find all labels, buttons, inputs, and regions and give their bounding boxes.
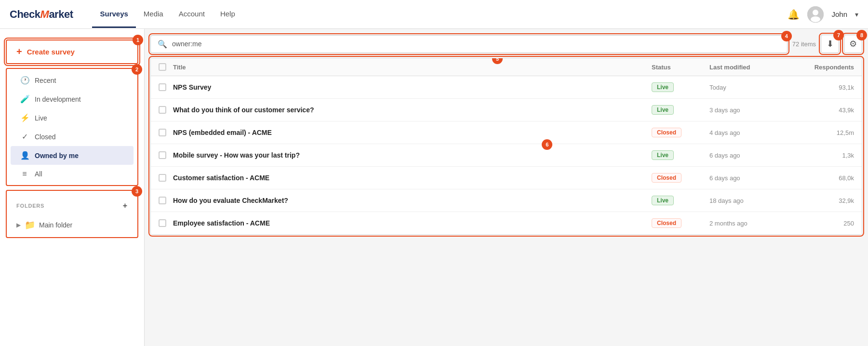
item-count: 72 items bbox=[792, 40, 816, 48]
row-title: Mobile survey - How was your last trip? bbox=[173, 151, 300, 159]
row-respondents: 43,9k bbox=[839, 106, 854, 114]
svg-point-2 bbox=[811, 16, 820, 22]
main-layout: + Create survey 1 2 🕐 Recent 🧪 In develo… bbox=[0, 29, 868, 346]
create-survey-label: Create survey bbox=[27, 48, 75, 56]
row-title: What do you think of our customer servic… bbox=[173, 106, 314, 114]
annotation-7: 7 bbox=[833, 30, 844, 40]
row-checkbox[interactable] bbox=[159, 151, 166, 159]
row-respondents: 1,3k bbox=[842, 152, 854, 159]
user-dropdown-icon[interactable]: ▾ bbox=[855, 11, 858, 18]
person-icon: 👤 bbox=[20, 151, 29, 160]
row-title: How do you evaluate CheckMarket? bbox=[173, 197, 288, 204]
folder-label: Main folder bbox=[39, 221, 72, 229]
surveys-table: Title 5 Status Last modified Respondents… bbox=[150, 58, 862, 235]
sidebar-item-closed[interactable]: ✓ Closed bbox=[11, 127, 134, 146]
row-modified: Today bbox=[709, 84, 726, 91]
table-row[interactable]: Employee satisfaction - ACME Closed 2 mo… bbox=[151, 212, 862, 234]
status-badge: Live bbox=[652, 82, 674, 92]
table-row[interactable]: NPS Survey Live Today 93,1k bbox=[151, 76, 862, 99]
add-folder-button[interactable]: + bbox=[123, 201, 128, 210]
check-icon: ✓ bbox=[20, 132, 29, 141]
sidebar-item-live[interactable]: ⚡ Live bbox=[11, 108, 134, 127]
header-status-col: Status bbox=[652, 64, 709, 71]
annotation-2: 2 bbox=[132, 64, 142, 75]
recent-icon: 🕐 bbox=[20, 76, 29, 85]
folders-header: FOLDERS + bbox=[7, 197, 137, 215]
annotation-4: 4 bbox=[781, 31, 792, 41]
notifications-icon[interactable]: 🔔 bbox=[788, 9, 800, 20]
annotation-1: 1 bbox=[133, 35, 143, 45]
table-row[interactable]: NPS (embedded email) - ACME Closed 4 day… bbox=[151, 121, 862, 144]
row-respondents: 68,0k bbox=[839, 174, 854, 182]
folder-arrow-icon: ▶ bbox=[16, 222, 21, 228]
main-nav: Surveys Media Account Help bbox=[92, 1, 788, 27]
header-check-col bbox=[159, 63, 173, 71]
row-checkbox[interactable] bbox=[159, 197, 166, 204]
search-icon: 🔍 bbox=[158, 40, 167, 49]
search-input[interactable] bbox=[172, 40, 780, 48]
sidebar-label-closed: Closed bbox=[35, 133, 56, 141]
status-badge: Closed bbox=[652, 218, 681, 228]
search-box[interactable]: 🔍 4 bbox=[150, 35, 788, 53]
sidebar-item-owned-by-me[interactable]: 👤 Owned by me bbox=[11, 146, 134, 165]
nav-surveys[interactable]: Surveys bbox=[92, 1, 135, 28]
nav-help[interactable]: Help bbox=[213, 1, 243, 28]
row-modified: 2 months ago bbox=[709, 220, 748, 227]
user-name[interactable]: John bbox=[831, 10, 847, 18]
row-modified: 3 days ago bbox=[709, 106, 740, 114]
sidebar-item-recent[interactable]: 🕐 Recent bbox=[11, 71, 134, 90]
header-respondents-col: Respondents bbox=[787, 64, 854, 71]
nav-media[interactable]: Media bbox=[136, 1, 171, 28]
status-badge: Closed bbox=[652, 128, 681, 137]
row-modified: 4 days ago bbox=[709, 129, 740, 136]
table-row[interactable]: Mobile survey - How was your last trip? … bbox=[151, 144, 862, 167]
annotation-8: 8 bbox=[856, 30, 867, 40]
search-area: 🔍 4 72 items ⬇ 7 ⚙ 8 bbox=[150, 35, 862, 53]
row-title: NPS Survey bbox=[173, 83, 211, 91]
table-header: Title 5 Status Last modified Respondents bbox=[151, 58, 862, 76]
sidebar-item-in-development[interactable]: 🧪 In development bbox=[11, 90, 134, 108]
row-checkbox[interactable] bbox=[159, 106, 166, 114]
row-modified: 18 days ago bbox=[709, 197, 744, 204]
flask-icon: 🧪 bbox=[20, 94, 29, 104]
annotation-3: 3 bbox=[132, 186, 142, 197]
header-modified-col: Last modified bbox=[709, 64, 787, 71]
sidebar-label-all: All bbox=[35, 170, 42, 178]
sidebar: + Create survey 1 2 🕐 Recent 🧪 In develo… bbox=[0, 29, 145, 346]
header-right: 🔔 John ▾ bbox=[788, 6, 858, 23]
table-row[interactable]: What do you think of our customer servic… bbox=[151, 99, 862, 121]
plus-icon: + bbox=[16, 46, 22, 57]
select-all-checkbox[interactable] bbox=[159, 63, 166, 71]
row-checkbox[interactable] bbox=[159, 129, 166, 136]
row-title: Customer satisfaction - ACME bbox=[173, 174, 269, 182]
nav-account[interactable]: Account bbox=[171, 1, 213, 28]
sidebar-label-in-development: In development bbox=[35, 95, 81, 103]
table-row[interactable]: Customer satisfaction - ACME Closed 6 da… bbox=[151, 167, 862, 189]
row-respondents: 93,1k bbox=[839, 84, 854, 91]
create-survey-button[interactable]: + Create survey bbox=[6, 40, 138, 64]
header: CheckMarket Surveys Media Account Help 🔔… bbox=[0, 0, 868, 29]
lightning-icon: ⚡ bbox=[20, 113, 29, 122]
row-checkbox[interactable] bbox=[159, 83, 166, 91]
annotation-6: 6 bbox=[542, 139, 552, 150]
status-badge: Live bbox=[652, 150, 674, 160]
sidebar-item-all[interactable]: ≡ All bbox=[11, 165, 134, 183]
logo[interactable]: CheckMarket bbox=[10, 8, 73, 21]
row-modified: 6 days ago bbox=[709, 174, 740, 182]
sidebar-label-owned-by-me: Owned by me bbox=[35, 152, 79, 160]
header-title-col: Title bbox=[173, 64, 652, 71]
row-checkbox[interactable] bbox=[159, 174, 166, 182]
logo-text: CheckMarket bbox=[10, 8, 73, 21]
table-row[interactable]: How do you evaluate CheckMarket? Live 18… bbox=[151, 189, 862, 212]
sidebar-label-live: Live bbox=[35, 114, 47, 122]
folder-main[interactable]: ▶ 📁 Main folder bbox=[7, 215, 137, 235]
row-checkbox[interactable] bbox=[159, 219, 166, 227]
avatar bbox=[807, 6, 824, 23]
status-badge: Live bbox=[652, 105, 674, 115]
content-area: 🔍 4 72 items ⬇ 7 ⚙ 8 Title 5 bbox=[145, 29, 868, 346]
folders-label: FOLDERS bbox=[16, 203, 44, 209]
status-badge: Live bbox=[652, 196, 674, 205]
row-respondents: 12,5m bbox=[837, 129, 854, 136]
row-respondents: 32,9k bbox=[839, 197, 854, 204]
row-respondents: 250 bbox=[843, 220, 854, 227]
